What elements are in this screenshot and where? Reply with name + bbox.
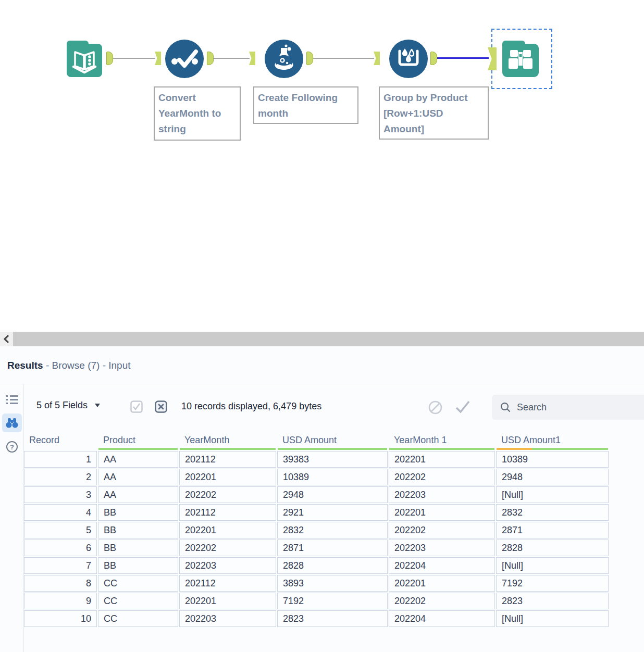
table-cell[interactable]: 202203: [179, 610, 276, 627]
table-cell[interactable]: 202201: [179, 593, 276, 609]
table-cell[interactable]: [Null]: [496, 610, 609, 627]
deselect-all-fields-button[interactable]: [155, 400, 167, 415]
table-cell[interactable]: AA: [98, 486, 178, 503]
annotation-select[interactable]: Convert YearMonth to string: [154, 86, 241, 141]
table-cell[interactable]: CC: [98, 575, 178, 592]
table-row[interactable]: 1AA2021123938320220110389: [24, 451, 609, 468]
table-cell[interactable]: 2832: [277, 522, 388, 538]
table-cell[interactable]: 7192: [277, 593, 388, 609]
collapse-panel-button[interactable]: [0, 332, 13, 346]
table-cell[interactable]: BB: [98, 504, 178, 521]
help-button[interactable]: ?: [2, 437, 22, 456]
table-row[interactable]: 3AA2022022948202203[Null]: [24, 486, 609, 503]
tool-select[interactable]: [165, 40, 204, 80]
column-header-yearmonth[interactable]: YearMonth: [179, 432, 276, 450]
connection-wire[interactable]: [213, 58, 250, 59]
table-cell[interactable]: 2828: [277, 557, 388, 574]
browse-view-button[interactable]: [2, 413, 22, 432]
table-cell[interactable]: CC: [98, 593, 178, 609]
table-cell[interactable]: 7192: [496, 575, 609, 592]
tool-browse[interactable]: [501, 41, 540, 79]
select-all-fields-button[interactable]: [130, 400, 143, 415]
cancel-button[interactable]: [428, 400, 442, 417]
tool-multi-row-formula[interactable]: [389, 40, 428, 80]
table-cell[interactable]: 2828: [496, 540, 609, 556]
table-row[interactable]: 4BB20211229212022012832: [24, 504, 609, 521]
table-cell[interactable]: 2948: [496, 469, 609, 485]
table-cell[interactable]: 2871: [496, 522, 609, 538]
tool-input-data[interactable]: [67, 41, 102, 79]
table-cell[interactable]: 202204: [389, 557, 495, 574]
table-cell[interactable]: 202112: [179, 504, 276, 521]
table-cell[interactable]: 3893: [277, 575, 388, 592]
table-row[interactable]: 8CC20211238932022017192: [24, 575, 609, 592]
table-cell[interactable]: 10: [24, 610, 97, 627]
workflow-canvas[interactable]: Convert YearMonth to string Create Follo…: [0, 0, 644, 332]
table-cell[interactable]: 202112: [179, 451, 276, 468]
table-cell[interactable]: 202201: [179, 522, 276, 538]
table-cell[interactable]: 5: [24, 522, 97, 538]
column-header-product[interactable]: Product: [98, 432, 178, 450]
table-cell[interactable]: 1: [24, 451, 97, 468]
table-cell[interactable]: 202202: [179, 540, 276, 556]
table-cell[interactable]: CC: [98, 610, 178, 627]
table-cell[interactable]: 202203: [389, 540, 495, 556]
table-row[interactable]: 7BB2022032828202204[Null]: [24, 557, 609, 574]
apply-button[interactable]: [454, 400, 471, 416]
input-anchor[interactable]: [488, 47, 497, 70]
table-cell[interactable]: 202202: [389, 593, 495, 609]
search-input[interactable]: [517, 402, 631, 413]
table-cell[interactable]: 2: [24, 469, 97, 485]
splitter-drag-handle[interactable]: [13, 332, 644, 346]
fields-dropdown[interactable]: 5 of 5 Fields: [36, 400, 100, 411]
table-cell[interactable]: 3: [24, 486, 97, 503]
table-cell[interactable]: 202203: [179, 557, 276, 574]
table-cell[interactable]: BB: [98, 522, 178, 538]
output-anchor[interactable]: [430, 52, 437, 65]
table-row[interactable]: 5BB20220128322022022871: [24, 522, 609, 538]
table-cell[interactable]: AA: [98, 451, 178, 468]
output-anchor[interactable]: [106, 52, 113, 65]
output-anchor[interactable]: [207, 52, 214, 65]
input-anchor[interactable]: [155, 52, 161, 65]
input-anchor[interactable]: [374, 52, 380, 65]
table-cell[interactable]: 2948: [277, 486, 388, 503]
table-cell[interactable]: [Null]: [496, 486, 609, 503]
table-cell[interactable]: 202201: [389, 451, 495, 468]
table-cell[interactable]: 202202: [389, 469, 495, 485]
connection-wire[interactable]: [113, 58, 155, 59]
table-cell[interactable]: 202202: [179, 486, 276, 503]
table-cell[interactable]: 10389: [496, 451, 609, 468]
column-header-usd-amount1[interactable]: USD Amount1: [496, 432, 609, 450]
table-cell[interactable]: 202201: [389, 575, 495, 592]
table-cell[interactable]: 202201: [179, 469, 276, 485]
column-header-yearmonth-1[interactable]: YearMonth 1: [389, 432, 495, 450]
table-cell[interactable]: 8: [24, 575, 97, 592]
table-cell[interactable]: 202202: [389, 522, 495, 538]
table-row[interactable]: 10CC2022032823202204[Null]: [24, 610, 609, 627]
table-cell[interactable]: 2832: [496, 504, 609, 521]
table-cell[interactable]: 2823: [496, 593, 609, 609]
table-cell[interactable]: 202203: [389, 486, 495, 503]
table-cell[interactable]: 9: [24, 593, 97, 609]
table-cell[interactable]: 202204: [389, 610, 495, 627]
column-header-record[interactable]: Record: [24, 432, 97, 450]
table-row[interactable]: 2AA202201103892022022948: [24, 469, 609, 485]
input-anchor[interactable]: [249, 52, 255, 65]
table-cell[interactable]: BB: [98, 540, 178, 556]
table-cell[interactable]: 10389: [277, 469, 388, 485]
annotation-formula[interactable]: Create Following month: [253, 86, 358, 124]
connection-wire-selected[interactable]: [437, 57, 489, 59]
table-cell[interactable]: AA: [98, 469, 178, 485]
column-header-usd-amount[interactable]: USD Amount: [277, 432, 388, 450]
connection-wire[interactable]: [313, 58, 374, 59]
output-anchor[interactable]: [306, 52, 313, 65]
table-cell[interactable]: 202201: [389, 504, 495, 521]
table-cell[interactable]: 6: [24, 540, 97, 556]
annotation-multi-row-formula[interactable]: Group by Product [Row+1:USD Amount]: [379, 86, 489, 140]
table-row[interactable]: 6BB20220228712022032828: [24, 540, 609, 556]
table-cell[interactable]: BB: [98, 557, 178, 574]
table-cell[interactable]: 2823: [277, 610, 388, 627]
table-cell[interactable]: 202112: [179, 575, 276, 592]
table-cell[interactable]: 2921: [277, 504, 388, 521]
